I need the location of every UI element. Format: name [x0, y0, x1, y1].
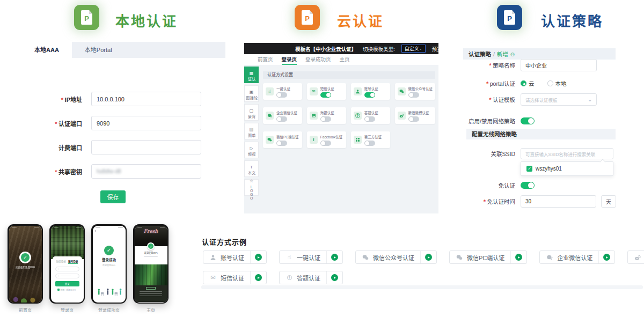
auth-template-select[interactable]: 请选择认证模板 ⌄ [521, 93, 597, 106]
free-auth-time-input[interactable]: 30 [521, 195, 596, 208]
sms-login-tab[interactable]: 短信登录 [56, 260, 66, 264]
auth-method-toggle[interactable] [276, 92, 287, 98]
local-tab-label: 本地Portal [85, 47, 112, 53]
sidebar-item[interactable]: ☆ LOGO [244, 179, 259, 196]
auth-example-pill[interactable]: 微信PC端认证 [449, 250, 527, 264]
auth-method-toggle[interactable] [276, 141, 287, 146]
auth-example-pill[interactable]: 企业微信认证 [539, 250, 615, 264]
ssid-search-input[interactable]: 可直接输入SSID名称进行搜索关联 [521, 148, 613, 159]
auth-method-toggle[interactable] [408, 92, 419, 98]
back-arrow-icon: ‹ [95, 229, 96, 233]
text-input[interactable]: hs8dlw-d8 [91, 164, 201, 179]
play-icon[interactable] [331, 254, 338, 261]
auth-method-toggle[interactable] [408, 116, 419, 122]
auth-method-card: 微信PC端认证 [263, 131, 302, 148]
play-icon[interactable] [515, 254, 522, 261]
ssid-option[interactable]: wszyhys01 [536, 166, 562, 172]
auth-example-pill[interactable]: 新浪微博认证 [627, 250, 644, 264]
example-label: 微信PC端认证 [467, 253, 504, 262]
phone-mockup-success-page: ‹ ✓ 登录成功 欢迎使用WiFi [91, 224, 127, 304]
auth-example-pill[interactable]: ✉ 短信认证 [203, 271, 267, 284]
auth-example-pill[interactable]: ? 答题认证 [279, 271, 343, 284]
auth-method-label: 海报认证 [320, 110, 334, 115]
page-tab[interactable]: 登录成功页 [305, 55, 331, 65]
enable-policy-toggle[interactable] [521, 117, 535, 124]
local-tab[interactable]: 本地Portal [72, 42, 125, 58]
free-auth-toggle[interactable] [521, 182, 535, 189]
checkbox-checked-icon[interactable]: ✓ [526, 166, 532, 172]
auth-method-toggle[interactable] [364, 141, 375, 146]
sidebar-item[interactable]: ▢ 背景 [244, 104, 259, 121]
sidebar-item[interactable]: ▦ 认证 [244, 67, 259, 83]
auth-example-pill[interactable]: ☝ 一键认证 [279, 250, 343, 264]
side-carousel-icon: ▣ [250, 86, 254, 95]
play-icon[interactable] [255, 254, 262, 261]
text-input[interactable]: 10.0.0.100 [91, 92, 201, 106]
radio-option[interactable]: 云 [521, 79, 535, 87]
cloud-editor-topbar: 模板名【中小企业云认证】 切换模板类型: 自定义 ⌄ 预览 [244, 43, 438, 54]
template-type-select[interactable]: 自定义 ⌄ [401, 45, 426, 53]
auth-method-toggle[interactable] [320, 141, 331, 146]
auth-methods-grid: ☝ 一键认证 ✉ 短信认证 [263, 83, 435, 148]
auth-method-card: 账号认证 [351, 83, 390, 100]
auth-method-card: f Facebook认证 [307, 131, 346, 148]
auth-method-toggle[interactable] [320, 116, 331, 122]
play-icon[interactable] [255, 274, 262, 281]
auth-method-toggle[interactable] [276, 116, 287, 122]
location-icon: ◎ [510, 51, 515, 57]
text-input[interactable]: 9090 [91, 116, 201, 130]
save-button[interactable]: 保存 [100, 190, 126, 203]
wecom-icon [266, 112, 274, 120]
auth-example-pill[interactable]: 微信公众号认证 [355, 250, 437, 264]
produce-photo [9, 287, 42, 303]
local-tab[interactable]: 本地AAA [21, 42, 72, 58]
selected-type: 自定义 [405, 45, 419, 52]
sidebar-item[interactable]: ▤ 单图 [244, 123, 259, 139]
page-tab[interactable]: 前置页 [258, 55, 273, 65]
auth-example-pill[interactable]: 账号认证 [203, 250, 267, 264]
sidebar-item-label: 背景 [247, 115, 255, 120]
policy-name-input[interactable]: 中小企业 [521, 59, 597, 71]
divider-band [201, 285, 643, 289]
input-value: 9090 [97, 120, 109, 127]
sidebar-item[interactable]: ▣ 轮播图 [244, 85, 259, 102]
wecom-icon [546, 254, 553, 261]
shelf-photo [51, 226, 84, 260]
preview-button[interactable]: 预览 [432, 45, 442, 53]
password-input[interactable]: ⚬─────── [55, 274, 79, 278]
leaf-logo-icon: ✓ [21, 253, 30, 262]
example-label: 短信认证 [221, 274, 244, 282]
play-icon[interactable] [603, 254, 610, 261]
username-input[interactable]: ⚬─────── [55, 267, 79, 271]
status-bar [54, 227, 81, 228]
play-icon[interactable] [331, 274, 338, 281]
breadcrumb-current: 新增 [497, 50, 508, 58]
sidebar-item-label: LOGO [250, 185, 253, 200]
side-image-icon: ▤ [250, 123, 254, 133]
phone-mockup-front-page: ✓ 欢迎使用免费WiFi [8, 224, 43, 304]
sidebar-item[interactable]: ▷ 视频 [244, 142, 259, 158]
page-tab[interactable]: 登录页 [282, 55, 297, 65]
radio-option[interactable]: 本地 [547, 79, 567, 87]
page-tab[interactable]: 主页 [340, 55, 350, 65]
radio-icon[interactable] [521, 80, 526, 86]
text-input[interactable] [91, 140, 201, 154]
auth-method-toggle[interactable] [320, 92, 331, 98]
login-button[interactable]: 登录 [55, 281, 79, 286]
auth-method-card: ☝ 一键认证 [263, 83, 302, 100]
status-bar [96, 227, 123, 228]
auth-method-toggle[interactable] [364, 116, 375, 122]
account-login-tab[interactable]: 账号登录 [68, 260, 78, 264]
checkbox-icon[interactable] [57, 289, 60, 291]
info-text-bar [140, 293, 162, 294]
auth-method-toggle[interactable] [364, 92, 375, 98]
document-icon: P [302, 10, 313, 25]
field-label: *认证模板 [459, 95, 515, 104]
agreement-text: 同意《服务协议》 [61, 289, 77, 291]
breadcrumb-root[interactable]: 认证策略 [469, 50, 491, 58]
side-bg-icon: ▢ [250, 105, 254, 114]
play-icon[interactable] [425, 254, 432, 261]
radio-icon[interactable] [547, 80, 553, 86]
status-bar [137, 227, 165, 228]
page-tab-label: 前置页 [258, 56, 273, 62]
